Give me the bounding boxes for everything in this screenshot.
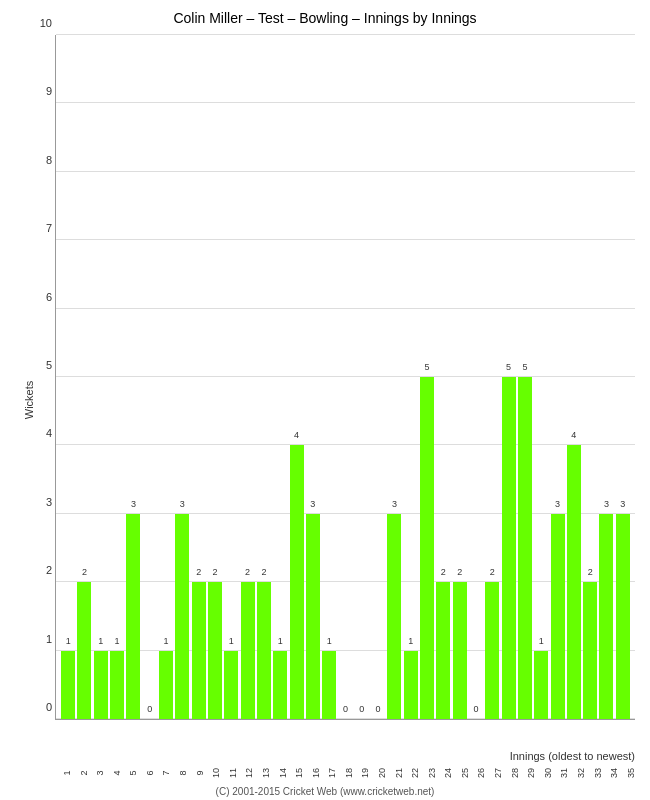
bar-group: 3: [549, 35, 565, 719]
bar-value-label: 0: [343, 704, 348, 714]
x-tick-label: 20: [378, 765, 387, 782]
bar-group: 2: [452, 35, 468, 719]
bar: 2: [453, 582, 467, 719]
bar: 2: [208, 582, 222, 719]
bar-group: 2: [76, 35, 92, 719]
bar-value-label: 2: [588, 567, 593, 577]
bar-group: 1: [60, 35, 76, 719]
bar: 1: [159, 651, 173, 719]
x-tick-label: 17: [329, 765, 338, 782]
bar-value-label: 2: [82, 567, 87, 577]
chart-area: 0123456789101211301322122143100031522025…: [55, 35, 635, 720]
bar-value-label: 2: [457, 567, 462, 577]
bar: 4: [290, 445, 304, 719]
bar: 2: [485, 582, 499, 719]
x-tick-label: 26: [478, 765, 487, 782]
bar: 2: [192, 582, 206, 719]
x-tick-label: 4: [113, 765, 122, 782]
x-tick-label: 14: [279, 765, 288, 782]
bar-value-label: 3: [620, 499, 625, 509]
x-tick-label: 11: [229, 765, 238, 782]
x-tick-label: 28: [511, 765, 520, 782]
bar-value-label: 0: [376, 704, 381, 714]
x-tick-label: 25: [461, 765, 470, 782]
bar: 1: [110, 651, 124, 719]
bar: 3: [126, 514, 140, 719]
x-tick-label: 6: [146, 765, 155, 782]
chart-title: Colin Miller – Test – Bowling – Innings …: [0, 0, 650, 31]
bar: 5: [420, 377, 434, 719]
x-tick-label: 5: [130, 765, 139, 782]
x-tick-label: 1: [63, 765, 72, 782]
bar-value-label: 4: [294, 430, 299, 440]
x-tick-label: 15: [295, 765, 304, 782]
x-tick-label: 12: [246, 765, 255, 782]
copyright-text: (C) 2001-2015 Cricket Web (www.cricketwe…: [0, 786, 650, 797]
x-tick-label: 32: [577, 765, 586, 782]
bar-value-label: 3: [180, 499, 185, 509]
bar-group: 1: [109, 35, 125, 719]
bar-group: 1: [403, 35, 419, 719]
bar-group: 2: [191, 35, 207, 719]
bar-group: 5: [517, 35, 533, 719]
x-tick-label: 7: [163, 765, 172, 782]
bar-group: 2: [484, 35, 500, 719]
bar: 1: [534, 651, 548, 719]
bar-value-label: 3: [310, 499, 315, 509]
bar-value-label: 0: [147, 704, 152, 714]
bar-value-label: 0: [473, 704, 478, 714]
bar: 1: [404, 651, 418, 719]
x-tick-label: 2: [80, 765, 89, 782]
bar: 2: [436, 582, 450, 719]
x-tick-label: 33: [594, 765, 603, 782]
bar-group: 0: [468, 35, 484, 719]
bar-value-label: 3: [555, 499, 560, 509]
bar-group: 3: [615, 35, 631, 719]
bar-group: 2: [239, 35, 255, 719]
x-tick-label: 9: [196, 765, 205, 782]
x-ticks-wrapper: 1234567891011121314151617181920212223242…: [55, 768, 635, 782]
bar: 3: [616, 514, 630, 719]
bar-group: 5: [500, 35, 516, 719]
bar-group: 3: [125, 35, 141, 719]
bar-value-label: 3: [131, 499, 136, 509]
x-tick-label: 16: [312, 765, 321, 782]
bar-group: 2: [435, 35, 451, 719]
bar-group: 1: [158, 35, 174, 719]
bar: 5: [518, 377, 532, 719]
bar-group: 2: [256, 35, 272, 719]
bar: 3: [306, 514, 320, 719]
x-tick-label: 27: [494, 765, 503, 782]
bar-value-label: 1: [539, 636, 544, 646]
bar-value-label: 2: [441, 567, 446, 577]
bar: 3: [387, 514, 401, 719]
x-tick-label: 18: [345, 765, 354, 782]
bar-value-label: 1: [327, 636, 332, 646]
bar-value-label: 1: [229, 636, 234, 646]
bar-group: 3: [305, 35, 321, 719]
bar-group: 1: [321, 35, 337, 719]
x-tick-label: 13: [262, 765, 271, 782]
bar-value-label: 2: [212, 567, 217, 577]
bar-value-label: 2: [261, 567, 266, 577]
bar: 1: [273, 651, 287, 719]
bar-value-label: 5: [506, 362, 511, 372]
bar: 5: [502, 377, 516, 719]
bar: 1: [94, 651, 108, 719]
bar-value-label: 0: [359, 704, 364, 714]
bar: 1: [322, 651, 336, 719]
bar-group: 0: [337, 35, 353, 719]
x-tick-label: 21: [395, 765, 404, 782]
bar-group: 1: [223, 35, 239, 719]
x-tick-label: 24: [445, 765, 454, 782]
bar: 3: [551, 514, 565, 719]
bar-value-label: 4: [571, 430, 576, 440]
bar: 2: [77, 582, 91, 719]
x-axis-label: Innings (oldest to newest): [55, 750, 635, 762]
y-axis-label: Wickets: [23, 381, 35, 420]
bars-wrapper: 12113013221221431000315220255134233: [56, 35, 635, 719]
bar-value-label: 2: [196, 567, 201, 577]
bar-value-label: 1: [115, 636, 120, 646]
bar: 2: [583, 582, 597, 719]
x-tick-label: 19: [362, 765, 371, 782]
